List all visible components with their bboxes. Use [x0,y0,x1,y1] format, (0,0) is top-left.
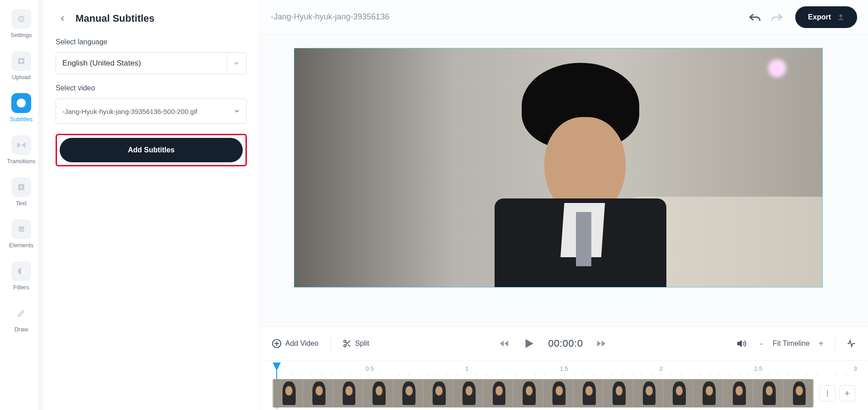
clip-row: ∥ | [273,379,855,408]
ruler-tick-label: 2 [660,365,663,372]
rail-item-filters[interactable]: Filters [11,261,31,291]
svg-point-3 [17,99,26,108]
rail-item-draw[interactable]: Draw [11,303,31,333]
topbar: -Jang-Hyuk-hyuk-jang-39356136 Export [260,0,868,34]
preview-area [260,34,868,326]
clip-thumbnail [423,379,453,407]
zoom-out-button[interactable]: - [758,339,764,349]
controls-bar: Add Video Split 00:00:0 [260,327,868,360]
video-preview[interactable] [294,48,823,287]
panel-header: Manual Subtitles [56,12,247,25]
divider [835,337,835,350]
clip-trim-handle-right[interactable]: | [819,385,835,401]
svg-point-1 [20,18,22,19]
svg-point-10 [344,345,346,347]
rail-label: Subtitles [10,116,33,123]
split-label: Split [355,339,369,348]
rail-label: Text [16,200,27,207]
split-button[interactable]: Split [343,339,369,348]
rail-item-elements[interactable]: Elements [9,219,33,249]
settings-icon [11,9,31,29]
clip-thumbnail [573,379,603,407]
language-label: Select language [56,38,247,46]
clip-thumbnail [543,379,573,407]
ruler-tick-label: 1.5 [560,365,568,372]
scissors-icon [343,339,352,348]
divider [330,337,331,350]
rail-item-text[interactable]: T Text [11,177,31,207]
add-clip-button[interactable] [839,385,855,401]
timecode-display: 00:00:0 [548,338,583,349]
add-video-button[interactable]: Add Video [272,339,319,349]
rail-item-transitions[interactable]: Transitions [7,135,35,165]
rail-label: Draw [14,326,28,333]
fit-timeline-button[interactable]: Fit Timeline [773,339,810,348]
zoom-in-button[interactable]: + [818,339,824,349]
clip-thumbnail [693,379,723,407]
project-filename[interactable]: -Jang-Hyuk-hyuk-jang-39356136 [271,12,389,22]
chevron-down-icon [227,53,240,74]
rail-label: Transitions [7,158,35,165]
upload-icon [11,51,31,71]
text-icon: T [11,177,31,197]
play-button[interactable] [523,337,534,350]
filters-icon [11,261,31,281]
chevron-down-icon [234,108,240,114]
undo-button[interactable] [748,13,761,22]
subtitles-icon [11,93,31,113]
language-select[interactable]: English (United States) [56,52,247,74]
video-clip[interactable] [273,379,814,408]
redo-button[interactable] [771,13,783,22]
plus-circle-icon [272,339,282,349]
clip-thumbnail [753,379,783,407]
svg-point-9 [344,340,346,343]
skip-back-button[interactable] [499,339,509,348]
left-nav-rail: Settings Upload Subtitles Transitions T … [0,0,43,410]
rail-label: Settings [11,32,32,38]
ruler-tick-label: 0.5 [366,365,374,372]
timeline-ruler[interactable]: 0.511.522.53 [273,365,855,376]
clip-thumbnail [663,379,693,407]
video-value: -Jang-Hyuk-hyuk-jang-39356136-500-200.gi… [62,108,198,115]
svg-text:T: T [20,185,23,190]
rail-item-upload[interactable]: Upload [11,51,31,80]
annotation-highlight: Add Subtitles [56,134,247,166]
add-subtitles-button[interactable]: Add Subtitles [60,138,243,162]
volume-button[interactable] [736,339,747,349]
timeline[interactable]: 0.511.522.53 ∥ | [260,360,868,410]
clip-thumbnail [333,379,363,407]
rail-item-settings[interactable]: Settings [11,9,32,38]
export-icon [837,14,844,21]
clip-thumbnail [303,379,333,407]
ruler-tick-label: 1 [465,365,468,372]
rail-scrollbar[interactable] [38,0,42,410]
clip-thumbnail [483,379,513,407]
rail-label: Elements [9,242,33,249]
export-button[interactable]: Export [795,6,857,28]
rail-label: Upload [12,74,30,80]
zoom-controls: - Fit Timeline + [758,339,824,349]
export-label: Export [808,13,831,21]
rail-item-subtitles[interactable]: Subtitles [10,93,33,123]
ruler-tick-label: 3 [854,365,857,372]
bottom-section: Add Video Split 00:00:0 [260,326,868,410]
subtitles-panel: Manual Subtitles Select language English… [43,0,260,410]
playback-controls: 00:00:0 [499,337,606,350]
clip-thumbnail [393,379,423,407]
svg-rect-4 [19,104,23,105]
skip-forward-button[interactable] [596,339,606,348]
main-area: -Jang-Hyuk-hyuk-jang-39356136 Export [260,0,868,410]
language-value: English (United States) [62,59,141,68]
elements-icon [11,219,31,239]
video-select[interactable]: -Jang-Hyuk-hyuk-jang-39356136-500-200.gi… [56,99,247,124]
undo-redo-group [748,13,783,22]
clip-thumbnail [723,379,753,407]
add-video-label: Add Video [285,339,319,348]
rail-label: Filters [13,284,29,291]
topbar-actions: Export [748,6,857,28]
right-controls: - Fit Timeline + [736,337,856,350]
back-button[interactable] [56,12,69,25]
waveform-toggle[interactable] [846,339,856,348]
clip-thumbnail [513,379,543,407]
clip-thumbnail [273,379,303,407]
